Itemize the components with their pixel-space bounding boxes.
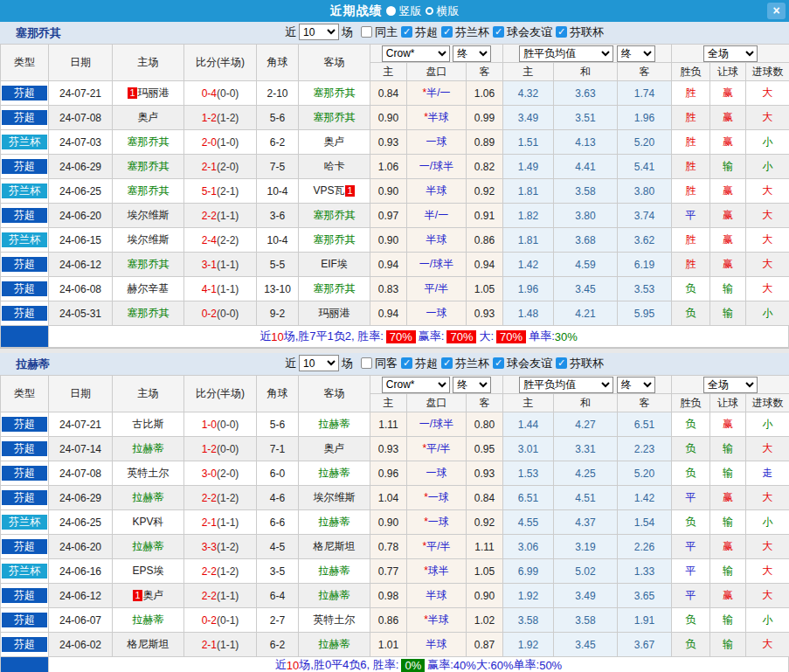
summary-left-block	[1, 657, 49, 672]
league-checkbox-cup[interactable]: ✓	[441, 26, 453, 38]
home-team-cell: 埃尔维斯	[113, 204, 184, 228]
col-header-odds-away: 客	[467, 63, 503, 81]
corner-cell: 7-1	[257, 437, 299, 461]
league-label-super[interactable]: 芬超	[415, 24, 438, 40]
date-cell: 24-06-02	[49, 633, 113, 657]
team-name-text: 塞那乔其	[128, 307, 170, 319]
dialog-title: 近期战绩	[330, 3, 383, 19]
odds-source-select[interactable]: Crow*	[382, 45, 450, 62]
date-cell: 24-07-14	[49, 437, 113, 461]
away-team-cell: 玛丽港	[299, 301, 370, 326]
league-label-league-cup-2[interactable]: 芬联杯	[570, 356, 604, 371]
league-type-badge: 芬超	[2, 441, 47, 456]
league-label-friendly[interactable]: 球会友谊	[507, 24, 552, 40]
vertical-layout-label[interactable]: 竖版	[399, 3, 422, 19]
col-header-goals: 进球数	[746, 63, 789, 81]
league-checkbox-friendly[interactable]: ✓	[493, 26, 504, 38]
match-row: 芬超24-06-20埃尔维斯2-2(1-1)3-6塞那乔其0.97半/一0.91…	[1, 204, 789, 228]
goals-cell: 小	[746, 608, 789, 633]
odds-time-select[interactable]: 终	[453, 45, 491, 62]
avg-draw-cell: 3.80	[554, 204, 618, 228]
odds-away-cell: 0.93	[467, 461, 503, 486]
matches-label: 场	[342, 24, 353, 40]
odds-away-cell: 0.92	[467, 510, 503, 535]
goals-cell: 大	[746, 633, 789, 657]
league-type-cell: 芬超	[1, 584, 49, 608]
halftime-score: (1-2)	[217, 492, 239, 504]
vertical-layout-radio-icon[interactable]	[386, 6, 396, 16]
league-checkbox-league-cup-2[interactable]: ✓	[556, 357, 567, 369]
league-checkbox-friendly-2[interactable]: ✓	[493, 357, 504, 369]
league-checkbox-league-cup[interactable]: ✓	[556, 26, 567, 38]
league-label-super-2[interactable]: 芬超	[415, 356, 438, 371]
team-name-text: 拉赫蒂	[133, 442, 164, 454]
summary-segment: 40%	[453, 659, 476, 672]
score-cell: 2-1(1-1)	[184, 510, 257, 535]
avg-type-select-2[interactable]: 胜平负均值	[519, 377, 613, 393]
avg-home-cell: 1.53	[503, 461, 554, 486]
league-type-badge: 芬兰杯	[2, 515, 47, 530]
scope-select[interactable]: 全场	[703, 45, 758, 62]
handicap-text: 一/球半	[419, 258, 453, 270]
scope-select-2[interactable]: 全场	[703, 377, 758, 393]
league-checkbox-cup-2[interactable]: ✓	[441, 357, 453, 369]
avg-time-select-2[interactable]: 终	[617, 377, 655, 393]
horizontal-layout-radio-icon[interactable]	[426, 7, 433, 15]
summary-segment: 30%	[555, 330, 578, 343]
avg-home-cell: 6.99	[503, 559, 554, 584]
goals-cell: 大	[746, 535, 789, 559]
odds-source-header: Crow* 终	[370, 45, 503, 63]
odds-away-cell: 0.87	[467, 633, 503, 657]
match-row: 芬兰杯24-06-15埃尔维斯2-4(2-2)10-4塞那乔其0.90半球0.8…	[1, 228, 789, 253]
league-label-cup[interactable]: 芬兰杯	[455, 24, 489, 40]
league-checkbox-super[interactable]: ✓	[401, 26, 412, 38]
handicap-result-cell: 输	[710, 155, 746, 179]
close-icon[interactable]: ×	[767, 3, 786, 19]
odds-home-cell: 1.06	[370, 155, 407, 179]
same-home-label[interactable]: 同主	[375, 24, 398, 40]
result-cell: 负	[672, 277, 710, 301]
league-label-cup-2[interactable]: 芬兰杯	[455, 356, 489, 371]
team-name-text: KPV科	[132, 516, 163, 528]
result-cell: 胜	[672, 155, 710, 179]
horizontal-layout-label[interactable]: 横版	[437, 3, 460, 19]
odds-away-cell: 0.84	[467, 486, 503, 510]
home-team-cell: 1奥卢	[113, 584, 184, 608]
avg-type-select[interactable]: 胜平负均值	[519, 45, 613, 62]
team-name-text: 埃尔维斯	[128, 233, 170, 246]
handicap-result-cell: 赢	[710, 130, 746, 155]
halftime-score: (0-0)	[217, 443, 239, 455]
same-away-label[interactable]: 同客	[375, 356, 398, 371]
handicap-cell: 半球	[407, 633, 467, 657]
rounds-select-2[interactable]: 10	[299, 355, 339, 371]
avg-time-select[interactable]: 终	[617, 45, 655, 62]
result-cell: 平	[672, 584, 710, 608]
corner-cell: 4-5	[257, 535, 299, 559]
same-home-checkbox[interactable]	[361, 26, 372, 38]
team-name-text: 奥卢	[324, 135, 345, 148]
result-cell: 平	[672, 204, 710, 228]
league-checkbox-super-2[interactable]: ✓	[401, 357, 412, 369]
odds-source-select-2[interactable]: Crow*	[382, 377, 450, 393]
league-label-friendly-2[interactable]: 球会友谊	[507, 356, 552, 371]
summary-segment: 70%	[446, 330, 476, 343]
league-type-cell: 芬兰杯	[1, 510, 49, 535]
result-cell: 胜	[672, 106, 710, 130]
rounds-select[interactable]: 10	[299, 24, 339, 40]
team-name-text: 奥卢	[143, 589, 164, 601]
handicap-cell: *半球	[407, 608, 467, 633]
match-row: 芬兰杯24-07-03塞那乔其2-0(1-0)6-2奥卢0.93一球0.891.…	[1, 130, 789, 155]
date-cell: 24-06-15	[49, 228, 113, 253]
goals-cell: 大	[746, 584, 789, 608]
summary-segment: 10	[271, 330, 283, 343]
avg-home-cell: 1.42	[503, 253, 554, 277]
league-label-league-cup[interactable]: 芬联杯	[570, 24, 604, 40]
result-cell: 平	[672, 486, 710, 510]
odds-time-select-2[interactable]: 终	[453, 377, 491, 393]
corner-cell: 2-10	[257, 81, 299, 106]
result-cell: 胜	[672, 253, 710, 277]
handicap-text: 半球	[426, 638, 447, 650]
same-away-checkbox[interactable]	[361, 357, 372, 369]
result-cell: 负	[672, 608, 710, 633]
result-cell: 负	[672, 633, 710, 657]
